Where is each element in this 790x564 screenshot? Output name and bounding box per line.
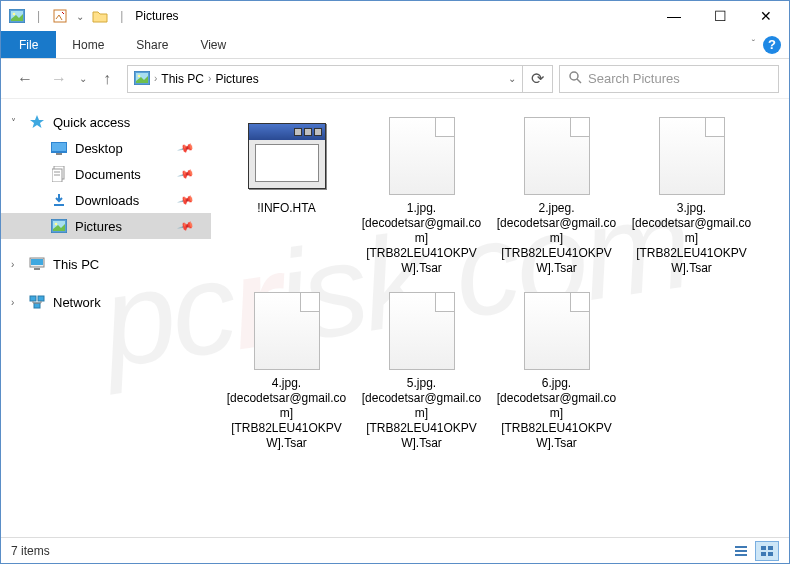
unknown-file-icon [389,117,455,195]
up-button[interactable]: ↑ [93,65,121,93]
this-pc-icon [29,256,45,272]
file-item[interactable]: 6.jpg.[decodetsar@gmail.com][TRB82LEU41O… [489,290,624,451]
svg-point-19 [55,223,58,226]
ribbon: File Home Share View ˇ ? [1,31,789,59]
svg-rect-28 [735,554,747,556]
unknown-file-icon [659,117,725,195]
unknown-file-icon [524,117,590,195]
window-title: Pictures [135,9,178,23]
chevron-right-icon[interactable]: › [11,297,14,308]
file-name: 6.jpg.[decodetsar@gmail.com][TRB82LEU41O… [497,376,617,451]
file-item[interactable]: 3.jpg.[decodetsar@gmail.com][TRB82LEU41O… [624,115,759,276]
large-icons-view-button[interactable] [755,541,779,561]
tab-view[interactable]: View [184,31,242,58]
file-name: 2.jpeg.[decodetsar@gmail.com][TRB82LEU41… [497,201,617,276]
documents-icon [51,166,67,182]
tab-home[interactable]: Home [56,31,120,58]
close-button[interactable]: ✕ [743,1,789,31]
pictures-icon [51,218,67,234]
breadcrumb-separator: › [208,73,211,84]
file-item[interactable]: 1.jpg.[decodetsar@gmail.com][TRB82LEU41O… [354,115,489,276]
title-separator: | [120,9,123,23]
svg-rect-32 [768,552,773,556]
svg-rect-29 [761,546,766,550]
pin-icon: 📌 [177,139,196,157]
pin-icon: 📌 [177,217,196,235]
history-dropdown-icon[interactable]: ⌄ [79,73,87,84]
sidebar-item-label: Network [53,295,101,310]
sidebar-network[interactable]: › Network [1,289,211,315]
address-bar[interactable]: › This PC › Pictures ⌄ [127,65,523,93]
file-menu[interactable]: File [1,31,56,58]
item-count: 7 items [11,544,50,558]
svg-rect-22 [34,268,40,270]
svg-rect-16 [54,204,64,206]
desktop-icon [51,140,67,156]
breadcrumb-this-pc[interactable]: This PC [161,72,204,86]
unknown-file-icon [254,292,320,370]
file-list: !INFO.HTA1.jpg.[decodetsar@gmail.com][TR… [211,99,789,537]
hta-icon [248,123,326,189]
sidebar-item-label: This PC [53,257,99,272]
search-icon [568,70,582,87]
help-button[interactable]: ? [763,36,781,54]
svg-rect-27 [735,550,747,552]
sidebar-item-label: Downloads [75,193,139,208]
minimize-button[interactable]: — [651,1,697,31]
pin-icon: 📌 [177,191,196,209]
sidebar-item-label: Documents [75,167,141,182]
details-view-button[interactable] [729,541,753,561]
refresh-button[interactable]: ⟳ [523,65,553,93]
pictures-icon [134,71,150,87]
ribbon-expand-icon[interactable]: ˇ [752,39,755,50]
forward-button[interactable]: → [45,65,73,93]
pin-icon: 📌 [177,165,196,183]
svg-point-7 [570,72,578,80]
svg-rect-21 [31,259,43,265]
search-box[interactable] [559,65,779,93]
folder-icon [92,8,108,24]
file-item[interactable]: 5.jpg.[decodetsar@gmail.com][TRB82LEU41O… [354,290,489,451]
network-icon [29,294,45,310]
unknown-file-icon [524,292,590,370]
sidebar-item-label: Quick access [53,115,130,130]
svg-line-8 [577,79,581,83]
titlebar: | ⌄ | Pictures — ☐ ✕ [1,1,789,31]
file-item[interactable]: 2.jpeg.[decodetsar@gmail.com][TRB82LEU41… [489,115,624,276]
address-dropdown-icon[interactable]: ⌄ [508,73,516,84]
svg-rect-31 [761,552,766,556]
sidebar-item-label: Desktop [75,141,123,156]
sidebar-item-desktop[interactable]: Desktop 📌 [1,135,211,161]
properties-icon[interactable] [52,8,68,24]
file-item[interactable]: 4.jpg.[decodetsar@gmail.com][TRB82LEU41O… [219,290,354,451]
sidebar-quick-access[interactable]: ˅ Quick access [1,109,211,135]
qat-dropdown-icon[interactable]: ⌄ [76,11,84,22]
file-name: 4.jpg.[decodetsar@gmail.com][TRB82LEU41O… [227,376,347,451]
svg-rect-23 [30,296,36,301]
sidebar-this-pc[interactable]: › This PC [1,251,211,277]
sidebar-item-label: Pictures [75,219,122,234]
status-bar: 7 items [1,537,789,563]
search-input[interactable] [588,71,770,86]
svg-rect-24 [38,296,44,301]
sidebar-item-downloads[interactable]: Downloads 📌 [1,187,211,213]
sidebar-item-documents[interactable]: Documents 📌 [1,161,211,187]
file-name: 1.jpg.[decodetsar@gmail.com][TRB82LEU41O… [362,201,482,276]
star-icon [29,114,45,130]
chevron-down-icon[interactable]: ˅ [11,117,16,128]
separator: | [37,9,40,23]
tab-share[interactable]: Share [120,31,184,58]
unknown-file-icon [389,292,455,370]
body: ˅ Quick access Desktop 📌 Documents 📌 Dow [1,99,789,537]
file-name: 3.jpg.[decodetsar@gmail.com][TRB82LEU41O… [632,201,752,276]
maximize-button[interactable]: ☐ [697,1,743,31]
svg-rect-10 [52,143,66,151]
svg-rect-30 [768,546,773,550]
back-button[interactable]: ← [11,65,39,93]
navigation-pane: ˅ Quick access Desktop 📌 Documents 📌 Dow [1,99,211,537]
file-item[interactable]: !INFO.HTA [219,115,354,276]
sidebar-item-pictures[interactable]: Pictures 📌 [1,213,211,239]
chevron-right-icon[interactable]: › [11,259,14,270]
downloads-icon [51,192,67,208]
breadcrumb-pictures[interactable]: Pictures [215,72,258,86]
